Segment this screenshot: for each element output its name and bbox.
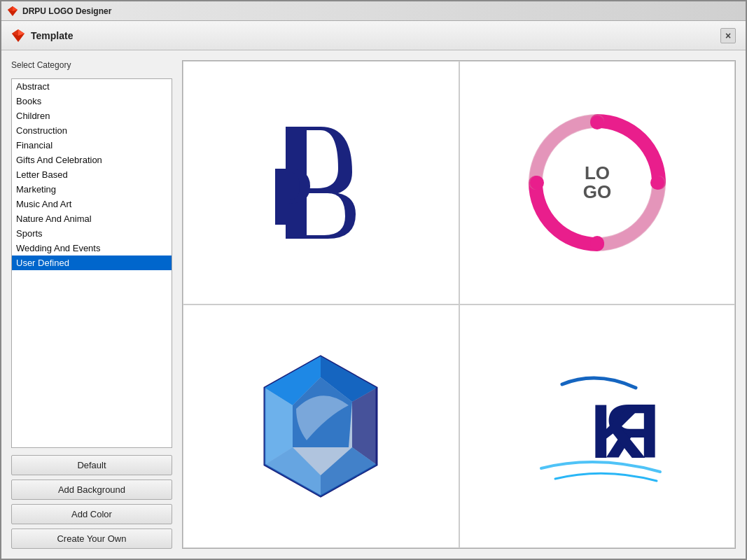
- logo-2: LO GO: [527, 113, 667, 253]
- dialog-title: Template: [31, 30, 73, 41]
- category-item-books[interactable]: Books: [12, 94, 172, 108]
- main-window: DRPU LOGO Designer Template × Select Cat…: [0, 0, 747, 560]
- svg-point-10: [530, 176, 544, 190]
- dialog-icon: [11, 29, 25, 43]
- dialog-header: Template ×: [1, 21, 746, 50]
- logo-grid: LO GO: [182, 60, 736, 549]
- app-icon: [7, 6, 18, 17]
- svg-point-7: [590, 115, 604, 130]
- category-item-nature[interactable]: Nature And Animal: [12, 211, 172, 226]
- dialog-header-left: Template: [11, 29, 73, 43]
- svg-point-8: [650, 176, 664, 190]
- close-button[interactable]: ×: [720, 28, 736, 43]
- add-color-button[interactable]: Add Color: [11, 504, 172, 524]
- svg-text:K: K: [590, 388, 645, 474]
- category-item-abstract[interactable]: Abstract: [12, 79, 172, 94]
- category-item-user-defined[interactable]: User Defined: [12, 255, 172, 270]
- category-item-letter[interactable]: Letter Based: [12, 167, 172, 182]
- category-item-children[interactable]: Children: [12, 108, 172, 123]
- left-panel: Select Category AbstractBooksChildrenCon…: [11, 60, 172, 549]
- category-item-music[interactable]: Music And Art: [12, 197, 172, 211]
- category-list[interactable]: AbstractBooksChildrenConstructionFinanci…: [11, 78, 172, 448]
- create-your-own-button[interactable]: Create Your Own: [11, 528, 172, 549]
- category-item-gifts[interactable]: Gifts And Celebration: [12, 153, 172, 167]
- category-item-construction[interactable]: Construction: [12, 123, 172, 138]
- svg-text:LO: LO: [585, 162, 610, 183]
- logo-3: [251, 349, 391, 503]
- svg-text:GO: GO: [583, 181, 611, 202]
- logo-1: [265, 113, 377, 253]
- category-item-financial[interactable]: Financial: [12, 138, 172, 153]
- logo-cell-1[interactable]: [183, 61, 459, 304]
- default-button[interactable]: Default: [11, 455, 172, 475]
- title-bar-text: DRPU LOGO Designer: [22, 6, 740, 16]
- svg-point-9: [590, 236, 604, 250]
- title-bar: DRPU LOGO Designer: [1, 1, 746, 21]
- logo-cell-2[interactable]: LO GO: [459, 61, 736, 304]
- dialog-body: Select Category AbstractBooksChildrenCon…: [1, 50, 746, 559]
- add-background-button[interactable]: Add Background: [11, 479, 172, 500]
- category-item-marketing[interactable]: Marketing: [12, 182, 172, 197]
- category-item-sports[interactable]: Sports: [12, 226, 172, 241]
- dialog: Template × Select Category AbstractBooks…: [1, 21, 746, 559]
- category-item-wedding[interactable]: Wedding And Events: [12, 241, 172, 255]
- select-category-label: Select Category: [11, 60, 172, 70]
- buttons-group: Default Add Background Add Color Create …: [11, 455, 172, 549]
- logo-4: R K: [520, 363, 674, 489]
- logo-cell-4[interactable]: R K: [459, 304, 736, 548]
- logo-cell-3[interactable]: [183, 304, 459, 548]
